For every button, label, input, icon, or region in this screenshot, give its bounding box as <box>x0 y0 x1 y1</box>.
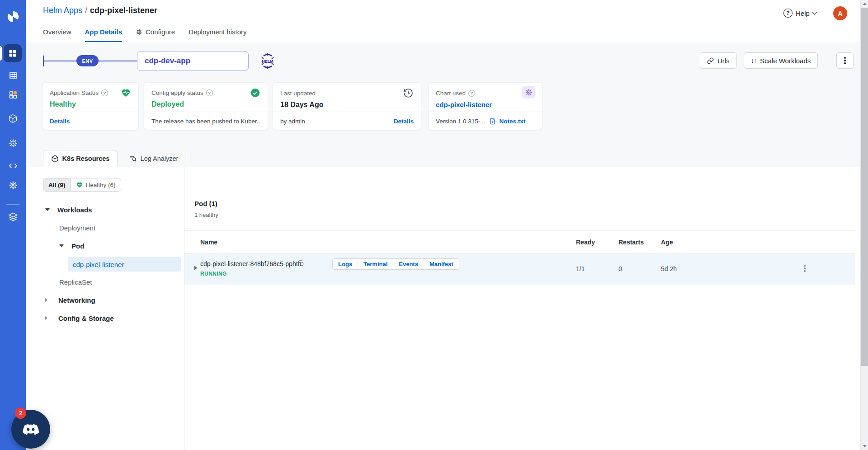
resource-cube-icon <box>8 114 18 123</box>
pod-restarts: 0 <box>618 265 622 272</box>
file-icon <box>489 118 496 125</box>
scroll-down-button[interactable] <box>861 442 868 450</box>
cube-icon <box>51 155 59 163</box>
scroll-down-icon <box>863 445 867 447</box>
card-title: Config apply status <box>151 89 203 96</box>
devtron-logo-icon <box>6 10 20 23</box>
tree-item-pod[interactable]: Pod <box>26 239 184 253</box>
tree-item-networking[interactable]: Networking <box>26 293 184 307</box>
k8s-resources-panel: All (9) Healthy (6) Workloads Deployment… <box>26 167 860 450</box>
application-status-value: Healthy <box>50 100 131 108</box>
active-nav-indicator <box>0 46 2 61</box>
discord-button[interactable]: 2 <box>11 410 50 449</box>
logs-button[interactable]: Logs <box>332 258 358 270</box>
help-menu[interactable]: ? Help <box>783 6 816 20</box>
kebab-icon <box>844 57 846 64</box>
question-icon[interactable]: ? <box>101 89 108 96</box>
question-icon[interactable]: ? <box>206 89 213 96</box>
notification-dot <box>13 91 17 94</box>
copy-icon[interactable] <box>297 260 304 267</box>
sidebar-item-chart-store[interactable] <box>0 90 26 100</box>
chart-version: Version 1.0.315-... <box>436 118 486 125</box>
tree-label: Config & Storage <box>58 314 114 322</box>
caret-right-icon[interactable] <box>45 316 47 320</box>
tree-item-config-storage[interactable]: Config & Storage <box>26 311 184 325</box>
urls-button[interactable]: Urls <box>700 52 737 69</box>
tab-log-analyzer[interactable]: Log Analyzer <box>122 150 185 167</box>
devtron-logo[interactable] <box>0 10 26 23</box>
manifest-button[interactable]: Manifest <box>424 258 459 270</box>
caret-right-icon[interactable] <box>45 298 47 302</box>
chart-used-link[interactable]: cdp-pixel-listener <box>436 101 535 108</box>
status-details-link[interactable]: Details <box>50 118 70 125</box>
scrollbar-thumb[interactable] <box>861 8 868 366</box>
question-icon[interactable]: ? <box>468 90 475 97</box>
more-actions-button[interactable] <box>836 52 854 69</box>
top-bar: Helm Apps / cdp-pixel-listener Overview … <box>26 0 860 42</box>
history-icon <box>403 88 414 98</box>
apps-grid-icon <box>8 49 17 58</box>
chart-gear-icon <box>522 86 535 98</box>
table-divider <box>184 230 855 231</box>
filter-all-label: All (9) <box>48 182 66 188</box>
sidebar-item-applications[interactable] <box>4 44 22 62</box>
tree-label: Workloads <box>57 206 92 214</box>
sidebar-item-jobs[interactable] <box>0 71 26 80</box>
tree-label: cdp-pixel-listener <box>73 261 124 268</box>
vertical-scrollbar[interactable] <box>860 0 868 450</box>
row-expand-caret[interactable] <box>194 266 197 270</box>
pod-name: cdp-pixel-listener-848bf768c5-pphth <box>200 260 301 267</box>
row-kebab-icon[interactable] <box>804 265 806 272</box>
breadcrumb-separator: / <box>85 6 87 15</box>
scale-workloads-button[interactable]: ↓↑ Scale Workloads <box>744 52 818 69</box>
caret-down-icon[interactable] <box>59 244 64 247</box>
tab-deployment-history-label: Deployment history <box>189 28 246 36</box>
urls-button-label: Urls <box>717 57 730 65</box>
updated-by: by admin <box>280 118 305 125</box>
tree-item-cdp-pixel-listener-selected[interactable]: cdp-pixel-listener <box>68 257 181 272</box>
log-search-icon <box>129 155 137 163</box>
sidebar <box>0 0 26 450</box>
column-header-ready: Ready <box>576 239 595 246</box>
tab-configure[interactable]: Configure <box>136 28 175 42</box>
config-apply-status-value: Deployed <box>151 100 260 108</box>
sidebar-item-global-config[interactable] <box>0 180 26 190</box>
chart-used-card: Chart used ? cdp-pixel-listener Version … <box>428 82 542 130</box>
page-tabs: Overview App Details Configure Deploymen… <box>43 28 246 42</box>
sidebar-item-api[interactable] <box>0 161 26 171</box>
tab-k8s-resources[interactable]: K8s Resources <box>43 150 118 167</box>
help-question-icon: ? <box>783 9 793 18</box>
tab-deployment-history[interactable]: Deployment history <box>189 28 246 42</box>
env-badge[interactable]: ENV <box>76 55 99 66</box>
tree-item-workloads[interactable]: Workloads <box>26 202 184 217</box>
discord-icon <box>20 419 41 440</box>
app-name-box[interactable]: cdp-dev-app <box>137 51 249 71</box>
pod-table-row[interactable]: cdp-pixel-listener-848bf768c5-pphth Logs… <box>184 253 855 285</box>
sidebar-item-stack-manager[interactable] <box>0 212 26 222</box>
notes-link[interactable]: Notes.txt <box>500 118 526 125</box>
last-updated-value: 18 Days Ago <box>280 101 414 109</box>
avatar[interactable]: A <box>833 6 847 20</box>
tab-app-details[interactable]: App Details <box>85 28 123 42</box>
deployment-details-link[interactable]: Details <box>394 118 414 125</box>
check-circle-icon <box>250 88 260 98</box>
tree-item-replicaset[interactable]: ReplicaSet <box>26 275 184 289</box>
filter-healthy[interactable]: Healthy (6) <box>71 178 121 191</box>
terminal-button[interactable]: Terminal <box>358 258 393 270</box>
breadcrumb-helm-apps-link[interactable]: Helm Apps <box>43 6 82 15</box>
caret-down-icon[interactable] <box>45 208 50 211</box>
help-label: Help <box>796 9 810 17</box>
tab-log-analyzer-label: Log Analyzer <box>141 155 179 162</box>
scroll-up-button[interactable] <box>861 0 868 8</box>
sidebar-item-resource-browser[interactable] <box>0 114 26 123</box>
sidebar-item-security[interactable] <box>0 138 26 148</box>
security-scan-icon <box>8 138 18 148</box>
filter-all[interactable]: All (9) <box>43 178 71 191</box>
svg-text:HELM: HELM <box>262 59 274 64</box>
tree-item-deployment[interactable]: Deployment <box>26 220 184 235</box>
stack-grid-icon <box>9 71 18 80</box>
tab-overview[interactable]: Overview <box>43 28 71 42</box>
events-button[interactable]: Events <box>393 258 424 270</box>
tree-label: ReplicaSet <box>59 278 92 286</box>
last-updated-card: Last updated 18 Days Ago by admin Detail… <box>273 82 421 130</box>
